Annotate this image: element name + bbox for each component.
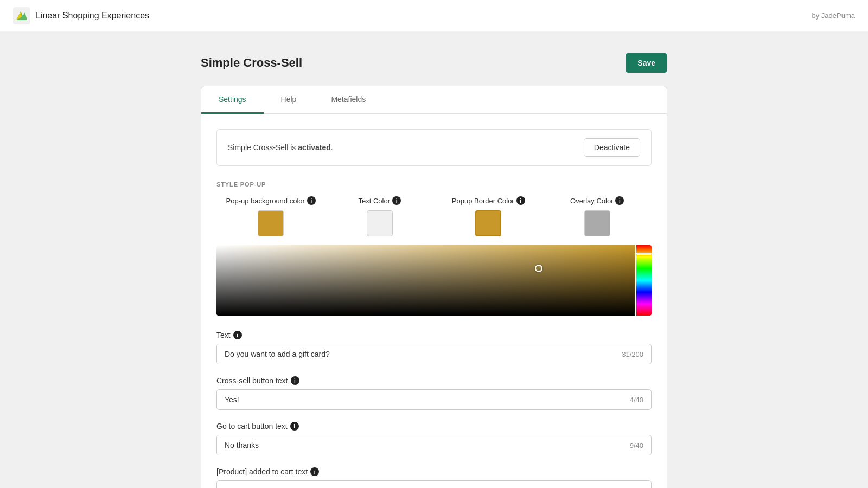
deactivate-button[interactable]: Deactivate xyxy=(584,138,640,157)
gradient-canvas[interactable] xyxy=(216,245,635,316)
svg-rect-5 xyxy=(636,245,652,316)
field-input-row-cross-sell: 4/40 xyxy=(216,389,652,410)
go-to-cart-input[interactable] xyxy=(217,435,622,455)
field-label-go-to-cart: Go to cart button text i xyxy=(216,422,652,431)
field-group-go-to-cart: Go to cart button text i 9/40 xyxy=(216,422,652,455)
main-content: Simple Cross-Sell Save Settings Help Met… xyxy=(190,31,678,488)
info-icon-overlay[interactable]: i xyxy=(615,196,624,205)
field-input-row-text: 31/200 xyxy=(216,344,652,364)
app-logo-icon xyxy=(13,7,30,24)
info-icon-cross-sell[interactable]: i xyxy=(291,376,299,385)
tab-settings[interactable]: Settings xyxy=(201,86,264,114)
by-label: by JadePuma xyxy=(812,11,856,20)
added-to-cart-input[interactable] xyxy=(217,481,651,488)
info-icon-text-field[interactable]: i xyxy=(233,331,242,339)
color-text-label: Text Color i xyxy=(358,196,401,205)
app-title: Linear Shopping Experiences xyxy=(36,11,149,21)
tab-help[interactable]: Help xyxy=(264,86,314,114)
color-overlay-label: Overlay Color i xyxy=(570,196,624,205)
svg-rect-4 xyxy=(216,245,635,316)
cross-sell-input[interactable] xyxy=(217,390,622,409)
card-body: Simple Cross-Sell is activated. Deactiva… xyxy=(201,114,667,488)
field-label-text: Text i xyxy=(216,331,652,339)
color-swatch-bg[interactable] xyxy=(258,210,284,236)
info-icon-added-to-cart[interactable]: i xyxy=(310,467,319,476)
text-count: 31/200 xyxy=(614,350,651,358)
hue-slider[interactable] xyxy=(636,245,652,316)
color-option-bg: Pop-up background color i xyxy=(216,196,326,236)
color-swatch-text[interactable] xyxy=(367,210,393,236)
info-icon-text[interactable]: i xyxy=(392,196,401,205)
color-picker-area xyxy=(216,245,652,316)
settings-card: Settings Help Metafields Simple Cross-Se… xyxy=(201,86,667,488)
color-bg-label: Pop-up background color i xyxy=(226,196,316,205)
hue-slider-indicator xyxy=(636,253,652,255)
info-icon-bg[interactable]: i xyxy=(307,196,316,205)
color-border-label: Popup Border Color i xyxy=(452,196,525,205)
tab-metafields[interactable]: Metafields xyxy=(314,86,383,114)
field-label-added-to-cart: [Product] added to cart text i xyxy=(216,467,652,476)
style-popup-section: STYLE POP-UP Pop-up background color i T… xyxy=(216,181,652,316)
color-options-row: Pop-up background color i Text Color i xyxy=(216,196,652,236)
save-button[interactable]: Save xyxy=(626,53,667,73)
field-input-row-added-to-cart xyxy=(216,480,652,488)
info-icon-go-to-cart[interactable]: i xyxy=(290,422,299,431)
field-group-text: Text i 31/200 xyxy=(216,331,652,364)
color-option-text: Text Color i xyxy=(326,196,435,236)
style-popup-label: STYLE POP-UP xyxy=(216,181,652,188)
field-group-cross-sell: Cross-sell button text i 4/40 xyxy=(216,376,652,410)
page-header: Simple Cross-Sell Save xyxy=(201,53,667,73)
color-option-border: Popup Border Color i xyxy=(434,196,543,236)
info-icon-border[interactable]: i xyxy=(516,196,525,205)
activation-row: Simple Cross-Sell is activated. Deactiva… xyxy=(216,129,652,166)
color-swatch-border[interactable] xyxy=(475,210,501,236)
top-bar: Linear Shopping Experiences by JadePuma xyxy=(0,0,868,31)
field-group-added-to-cart: [Product] added to cart text i xyxy=(216,467,652,488)
top-bar-left: Linear Shopping Experiences xyxy=(13,7,149,24)
cross-sell-count: 4/40 xyxy=(622,396,651,404)
tabs-bar: Settings Help Metafields xyxy=(201,86,667,114)
activation-status: activated xyxy=(298,143,331,152)
color-option-overlay: Overlay Color i xyxy=(543,196,652,236)
color-picker-row xyxy=(216,245,652,316)
field-label-cross-sell: Cross-sell button text i xyxy=(216,376,652,385)
go-to-cart-count: 9/40 xyxy=(622,441,651,450)
activation-text: Simple Cross-Sell is activated. xyxy=(228,143,333,152)
page-title: Simple Cross-Sell xyxy=(201,56,302,70)
text-input[interactable] xyxy=(217,344,614,364)
color-swatch-overlay[interactable] xyxy=(584,210,610,236)
field-input-row-go-to-cart: 9/40 xyxy=(216,435,652,455)
